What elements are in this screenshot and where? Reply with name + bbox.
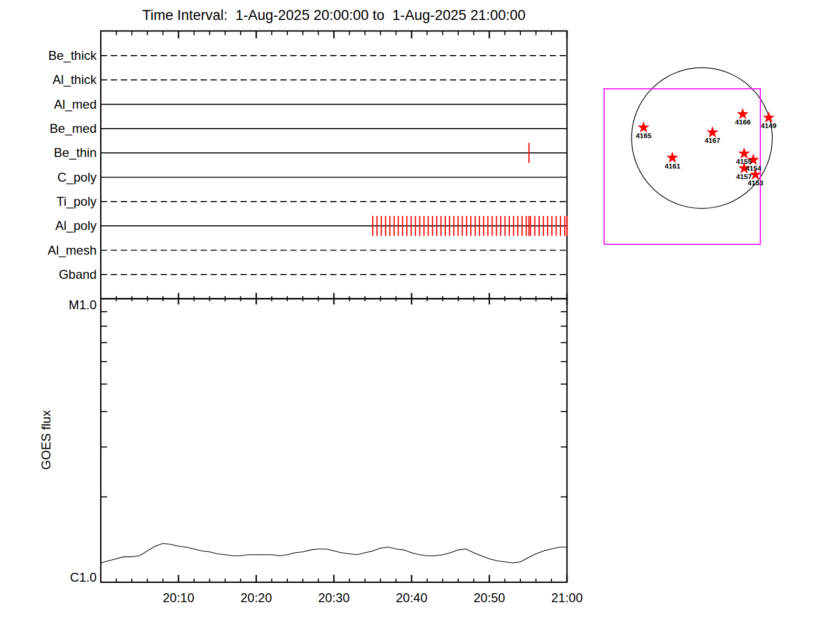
goes-flux-curve	[101, 543, 567, 563]
filter-label-al-mesh: Al_mesh	[10, 244, 97, 257]
filter-label-gband: Gband	[10, 268, 97, 281]
active-region-star-4167	[707, 126, 719, 138]
x-tick-label-20-30: 20:30	[302, 591, 365, 604]
active-region-label-4153: 4153	[739, 180, 772, 187]
figure-title: Time Interval: 1-Aug-2025 20:00:00 to 1-…	[101, 8, 567, 23]
filter-label-be-thick: Be_thick	[10, 49, 97, 62]
filter-label-ti-poly: Ti_poly	[10, 195, 97, 208]
active-region-star-4166	[737, 108, 749, 119]
flux-top-label: M1.0	[10, 298, 97, 311]
x-tick-label-20-10: 20:10	[147, 591, 210, 604]
filter-label-be-med: Be_med	[10, 122, 97, 135]
xrt-goes-timeline-figure: Time Interval: 1-Aug-2025 20:00:00 to 1-…	[0, 0, 840, 630]
filter-label-al-med: Al_med	[10, 98, 97, 111]
filter-label-al-poly: Al_poly	[10, 219, 97, 232]
active-region-star-4155	[738, 148, 750, 159]
x-tick-label-20-50: 20:50	[458, 591, 521, 604]
x-tick-label-20-40: 20:40	[380, 591, 443, 604]
filter-label-al-thick: Al_thick	[10, 73, 97, 86]
active-region-label-4154: 4154	[737, 165, 770, 172]
active-region-label-4161: 4161	[656, 163, 689, 170]
active-region-label-4149: 4149	[752, 122, 785, 130]
plot-canvas	[0, 0, 840, 630]
goes-flux-axis-title: GOES flux	[39, 401, 55, 479]
filter-label-be-thin: Be_thin	[10, 146, 97, 159]
filter-label-c-poly: C_poly	[10, 171, 97, 184]
xrt-panel-frame	[101, 31, 567, 299]
active-region-label-4165: 4165	[627, 132, 660, 140]
active-region-label-4167: 4167	[696, 137, 729, 144]
active-region-star-4149	[763, 111, 775, 123]
active-region-star-4161	[666, 152, 678, 163]
x-tick-label-20-20: 20:20	[225, 591, 288, 604]
x-tick-label-21-00: 21:00	[536, 591, 598, 604]
active-region-star-4165	[637, 121, 649, 133]
flux-bottom-label: C1.0	[10, 571, 97, 584]
goes-panel-frame	[101, 299, 567, 582]
